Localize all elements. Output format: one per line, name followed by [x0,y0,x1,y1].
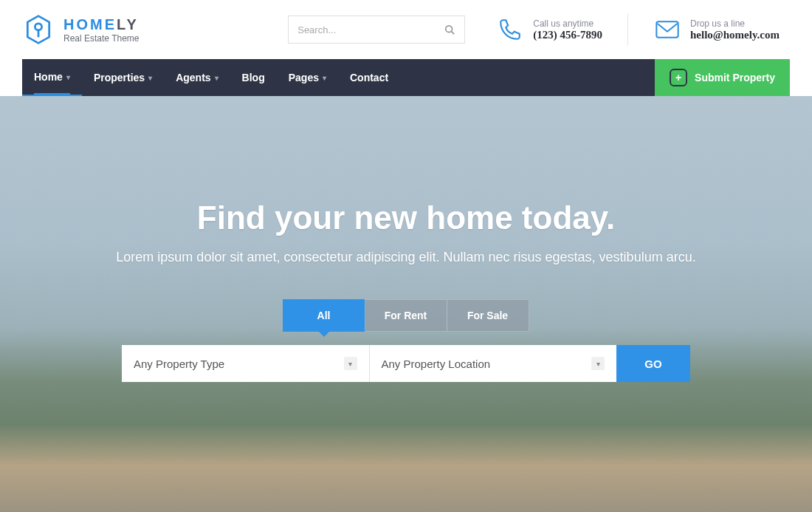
logo[interactable]: HOMELY Real Estate Theme [22,13,140,46]
contacts: Call us anytime (123) 456-7890 Drop us a… [486,13,790,46]
mail-icon [653,16,681,44]
search-button[interactable] [435,16,464,43]
navbar: Home▾ Properties▾ Agents▾ Blog Pages▾ Co… [22,59,790,96]
chevron-down-icon: ▾ [323,74,326,82]
nav-home[interactable]: Home▾ [22,59,82,96]
plus-icon: + [670,69,687,86]
tab-all[interactable]: All [283,299,365,332]
hero-title: Find your new home today. [197,199,615,236]
search-icon [444,24,455,35]
chevron-down-icon: ▾ [215,74,219,82]
chevron-down-icon: ▾ [591,357,605,370]
phone-value: (123) 456-7890 [533,29,602,41]
svg-rect-3 [656,21,678,37]
nav-properties[interactable]: Properties▾ [82,59,164,96]
phone-label: Call us anytime [533,18,602,29]
chevron-down-icon: ▾ [66,73,70,81]
brand-title: HOMELY [63,16,140,33]
svg-point-0 [35,24,41,30]
phone-icon [496,16,524,44]
go-button[interactable]: GO [616,345,690,382]
pin-hex-icon [22,13,55,46]
chevron-down-icon: ▾ [148,74,152,82]
property-type-select[interactable]: Any Property Type ▾ [122,345,370,382]
nav-contact[interactable]: Contact [338,59,400,96]
property-location-select[interactable]: Any Property Location ▾ [370,345,617,382]
search-box [288,16,465,44]
contact-email[interactable]: Drop us a line hello@homely.com [643,16,790,44]
hero-subtitle: Lorem ipsum dolor sit amet, consectetur … [116,250,695,265]
svg-point-1 [446,26,453,33]
hero: Find your new home today. Lorem ipsum do… [0,96,812,512]
email-label: Drop us a line [690,18,780,29]
brand-subtitle: Real Estate Theme [63,33,140,44]
contact-phone[interactable]: Call us anytime (123) 456-7890 [486,16,613,44]
filters: Any Property Type ▾ Any Property Locatio… [122,345,690,382]
tab-for-sale[interactable]: For Sale [447,299,529,332]
submit-property-button[interactable]: + Submit Property [655,59,790,96]
nav-blog[interactable]: Blog [230,59,277,96]
filter-tabs: All For Rent For Sale [283,299,529,332]
search-input[interactable] [289,24,435,35]
topbar: HOMELY Real Estate Theme Call us anytime… [0,0,812,59]
email-value: hello@homely.com [690,29,780,41]
tab-for-rent[interactable]: For Rent [365,299,447,332]
nav-agents[interactable]: Agents▾ [164,59,230,96]
divider [627,13,628,46]
nav-pages[interactable]: Pages▾ [277,59,338,96]
chevron-down-icon: ▾ [344,357,357,370]
svg-line-2 [452,32,455,35]
